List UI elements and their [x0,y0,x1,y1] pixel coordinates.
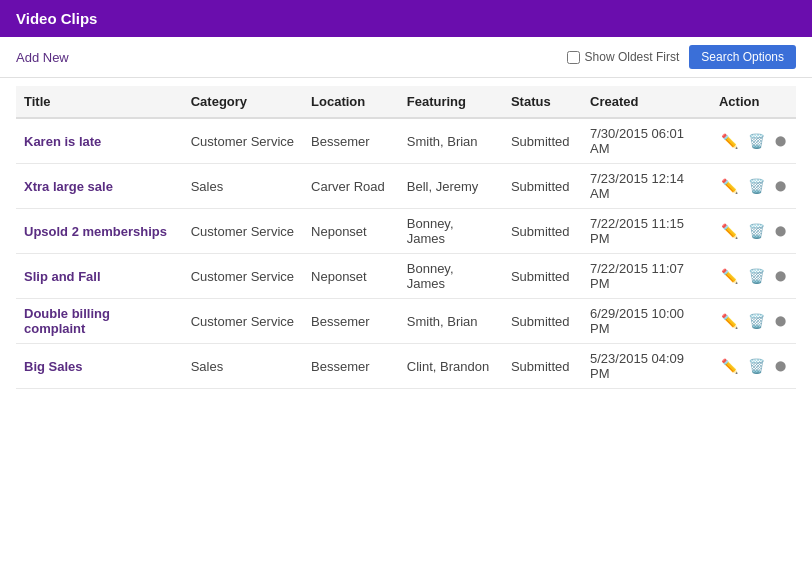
cell-featuring: Bell, Jeremy [399,164,503,209]
col-header-featuring: Featuring [399,86,503,118]
col-header-title: Title [16,86,183,118]
cell-featuring: Bonney, James [399,209,503,254]
page-title: Video Clips [16,10,796,27]
edit-button[interactable]: ✏️ [719,132,740,150]
action-icons: ✏️🗑️⬤ [719,177,788,195]
col-header-action: Action [711,86,796,118]
video-title-link[interactable]: Big Sales [24,359,83,374]
cell-location: Neponset [303,254,399,299]
cell-created: 6/29/2015 10:00 PM [582,299,711,344]
video-clips-table: Title Category Location Featuring Status… [16,86,796,389]
action-icons: ✏️🗑️⬤ [719,357,788,375]
cell-category: Customer Service [183,299,303,344]
delete-button[interactable]: 🗑️ [746,132,767,150]
col-header-created: Created [582,86,711,118]
cell-action: ✏️🗑️⬤ [711,299,796,344]
cell-category: Customer Service [183,254,303,299]
add-new-link[interactable]: Add New [16,50,69,65]
cell-location: Bessemer [303,118,399,164]
table-row: Karen is lateCustomer ServiceBessemerSmi… [16,118,796,164]
info-button[interactable]: ⬤ [773,359,788,373]
cell-category: Customer Service [183,118,303,164]
action-icons: ✏️🗑️⬤ [719,132,788,150]
table-header: Title Category Location Featuring Status… [16,86,796,118]
cell-location: Neponset [303,209,399,254]
show-oldest-text: Show Oldest First [585,50,680,64]
edit-button[interactable]: ✏️ [719,267,740,285]
video-title-link[interactable]: Xtra large sale [24,179,113,194]
cell-created: 5/23/2015 04:09 PM [582,344,711,389]
table-row: Xtra large saleSalesCarver RoadBell, Jer… [16,164,796,209]
action-icons: ✏️🗑️⬤ [719,312,788,330]
video-title-link[interactable]: Slip and Fall [24,269,101,284]
col-header-category: Category [183,86,303,118]
edit-button[interactable]: ✏️ [719,357,740,375]
table-header-row: Title Category Location Featuring Status… [16,86,796,118]
table-row: Big SalesSalesBessemerClint, BrandonSubm… [16,344,796,389]
cell-created: 7/30/2015 06:01 AM [582,118,711,164]
cell-featuring: Smith, Brian [399,299,503,344]
table-row: Double billing complaintCustomer Service… [16,299,796,344]
cell-action: ✏️🗑️⬤ [711,118,796,164]
action-icons: ✏️🗑️⬤ [719,222,788,240]
cell-category: Customer Service [183,209,303,254]
video-title-link[interactable]: Double billing complaint [24,306,110,336]
col-header-location: Location [303,86,399,118]
cell-featuring: Clint, Brandon [399,344,503,389]
toolbar-right: Show Oldest First Search Options [567,45,796,69]
edit-button[interactable]: ✏️ [719,312,740,330]
info-button[interactable]: ⬤ [773,179,788,193]
toolbar: Add New Show Oldest First Search Options [0,37,812,78]
cell-created: 7/22/2015 11:15 PM [582,209,711,254]
show-oldest-checkbox[interactable] [567,51,580,64]
cell-created: 7/22/2015 11:07 PM [582,254,711,299]
cell-category: Sales [183,344,303,389]
cell-status: Submitted [503,164,582,209]
info-button[interactable]: ⬤ [773,314,788,328]
cell-action: ✏️🗑️⬤ [711,209,796,254]
delete-button[interactable]: 🗑️ [746,357,767,375]
cell-action: ✏️🗑️⬤ [711,344,796,389]
delete-button[interactable]: 🗑️ [746,267,767,285]
video-title-link[interactable]: Upsold 2 memberships [24,224,167,239]
table-body: Karen is lateCustomer ServiceBessemerSmi… [16,118,796,389]
col-header-status: Status [503,86,582,118]
toolbar-left: Add New [16,50,69,65]
cell-action: ✏️🗑️⬤ [711,254,796,299]
video-title-link[interactable]: Karen is late [24,134,101,149]
table-row: Upsold 2 membershipsCustomer ServiceNepo… [16,209,796,254]
page-header: Video Clips [0,0,812,37]
content-area: Title Category Location Featuring Status… [0,78,812,397]
table-row: Slip and FallCustomer ServiceNeponsetBon… [16,254,796,299]
info-button[interactable]: ⬤ [773,134,788,148]
cell-category: Sales [183,164,303,209]
cell-featuring: Bonney, James [399,254,503,299]
cell-status: Submitted [503,299,582,344]
search-options-button[interactable]: Search Options [689,45,796,69]
cell-location: Bessemer [303,299,399,344]
info-button[interactable]: ⬤ [773,269,788,283]
cell-status: Submitted [503,118,582,164]
info-button[interactable]: ⬤ [773,224,788,238]
show-oldest-label[interactable]: Show Oldest First [567,50,680,64]
cell-action: ✏️🗑️⬤ [711,164,796,209]
action-icons: ✏️🗑️⬤ [719,267,788,285]
edit-button[interactable]: ✏️ [719,222,740,240]
delete-button[interactable]: 🗑️ [746,312,767,330]
delete-button[interactable]: 🗑️ [746,177,767,195]
cell-location: Carver Road [303,164,399,209]
cell-featuring: Smith, Brian [399,118,503,164]
cell-status: Submitted [503,209,582,254]
delete-button[interactable]: 🗑️ [746,222,767,240]
cell-status: Submitted [503,254,582,299]
edit-button[interactable]: ✏️ [719,177,740,195]
cell-created: 7/23/2015 12:14 AM [582,164,711,209]
cell-location: Bessemer [303,344,399,389]
cell-status: Submitted [503,344,582,389]
